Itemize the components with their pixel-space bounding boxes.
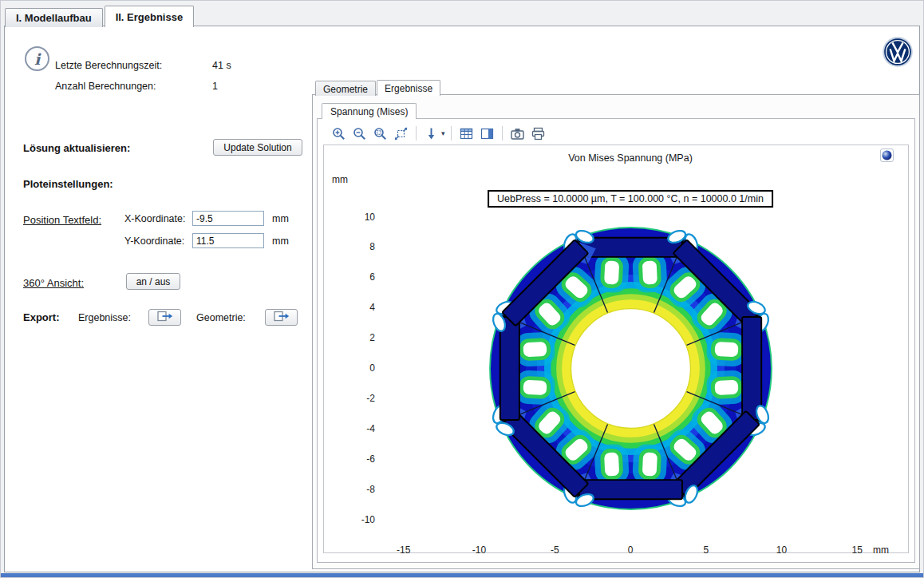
y-coordinate-unit: mm (272, 236, 289, 247)
view-360-toggle-button[interactable]: an / aus (126, 273, 180, 290)
rotor-slot (519, 374, 552, 402)
x-tick-label: -5 (551, 544, 559, 556)
y-tick-label: 2 (324, 332, 375, 343)
zoom-out-icon[interactable] (350, 125, 369, 143)
computation-count-value: 1 (212, 81, 218, 92)
x-axis-unit: mm (873, 544, 889, 556)
snapshot-camera-icon[interactable] (508, 125, 527, 143)
y-tick-label: -2 (324, 393, 375, 404)
toolbar-separator (416, 126, 417, 141)
x-coordinate-unit: mm (272, 213, 289, 224)
plot-annotation: UebPress = 10.0000 µm, T = 100.000 °C, n… (488, 190, 773, 208)
y-tick-label: -4 (324, 423, 375, 434)
y-coordinate-input[interactable] (192, 233, 264, 248)
rotor-slot (636, 448, 664, 481)
rotor-slot (710, 374, 744, 402)
color-legend-icon[interactable] (478, 125, 496, 143)
y-coordinate-label: Y-Koordinate: (124, 236, 184, 247)
export-icon (157, 311, 173, 324)
rotor-stress-field (486, 224, 776, 514)
scene-icon[interactable] (880, 148, 894, 162)
main-tabbar: I. Modellaufbau II. Ergebnisse (5, 6, 195, 27)
y-tick-label: -6 (324, 453, 375, 465)
plot-tab-spannung-mises[interactable]: Spannung (Mises) (322, 103, 417, 119)
graphics-tabbar: Geometrie Ergebnisse (315, 80, 441, 96)
info-icon: i (25, 46, 49, 71)
view-360-label: 360° Ansicht: (23, 277, 84, 289)
app-window: I. Modellaufbau II. Ergebnisse i Letzte … (0, 0, 924, 578)
y-tick-label: 4 (324, 302, 375, 313)
toolbar-separator (502, 126, 503, 141)
export-results-label: Ergebnisse: (78, 312, 131, 323)
y-tick-label: -8 (324, 484, 375, 495)
plot-canvas[interactable]: Von Mises Spannung (MPa) mm UebPress = 1… (323, 144, 909, 553)
rotor-slot (710, 335, 744, 363)
graphics-tab-geometrie[interactable]: Geometrie (315, 81, 376, 96)
export-geometry-button[interactable] (265, 309, 298, 326)
table-icon[interactable] (457, 125, 476, 143)
x-tick-label: -15 (397, 544, 410, 556)
zoom-in-icon[interactable] (330, 125, 348, 143)
position-textfield-label: Position Textfeld: (23, 214, 101, 226)
plot-title: Von Mises Spannung (MPa) (568, 152, 693, 164)
y-tick-label: 8 (324, 241, 375, 252)
last-computation-value: 41 s (212, 60, 231, 71)
graphics-tab-ergebnisse[interactable]: Ergebnisse (377, 80, 440, 96)
graphics-toolbar: ▾ (330, 124, 547, 143)
last-computation-label: Letzte Berechnungszeit: (55, 60, 162, 71)
x-tick-label: 0 (628, 544, 634, 556)
x-tick-label: 10 (776, 544, 787, 556)
update-solution-button[interactable]: Update Solution (213, 139, 302, 156)
zoom-selection-icon[interactable] (371, 125, 389, 143)
x-tick-label: -10 (472, 544, 486, 556)
rotor-slot (598, 448, 626, 481)
vw-logo-icon (882, 36, 914, 68)
y-tick-label: -10 (324, 514, 375, 525)
tab-ergebnisse[interactable]: II. Ergebnisse (105, 6, 195, 27)
rotor-slot (598, 256, 626, 290)
y-tick-label: 0 (324, 362, 375, 374)
shaft-bore (571, 309, 691, 429)
plot-settings-heading: Ploteinstellungen: (23, 178, 113, 190)
x-tick-label: 15 (852, 544, 863, 556)
rotor-slot (519, 335, 552, 363)
export-results-button[interactable] (148, 309, 181, 326)
info-glyph: i (34, 50, 40, 68)
zoom-extents-icon[interactable] (392, 125, 410, 143)
export-heading: Export: (23, 311, 60, 323)
y-tick-label: 6 (324, 271, 375, 283)
computation-count-label: Anzahl Berechnungen: (55, 81, 156, 92)
x-coordinate-input[interactable] (192, 211, 264, 226)
x-coordinate-label: X-Koordinate: (124, 213, 185, 224)
x-tick-label: 5 (703, 544, 709, 556)
export-icon (274, 311, 290, 324)
print-icon[interactable] (529, 125, 547, 143)
plot-arrow-icon[interactable] (422, 125, 440, 143)
rotor-slot (636, 256, 664, 290)
y-tick-label: 10 (324, 212, 375, 223)
export-geometry-label: Geometrie: (196, 312, 246, 323)
window-bottom-border (1, 573, 923, 577)
y-axis-unit: mm (332, 174, 348, 185)
motor-cross-section (476, 214, 785, 523)
chevron-down-icon[interactable]: ▾ (441, 129, 445, 137)
update-solution-heading: Lösung aktualisieren: (23, 142, 130, 154)
toolbar-separator (451, 126, 452, 141)
tab-modellaufbau[interactable]: I. Modellaufbau (5, 8, 103, 27)
